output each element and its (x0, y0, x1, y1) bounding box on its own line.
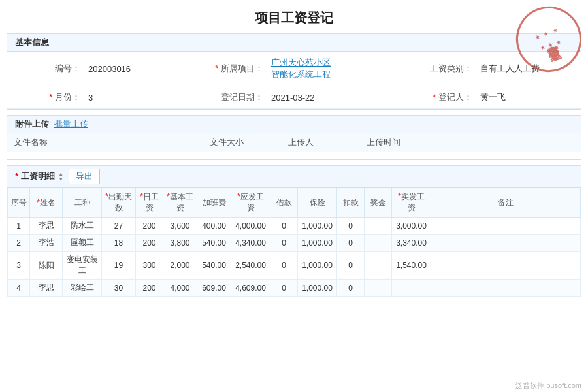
wage-cell: 3 (8, 252, 30, 280)
wage-table-row: 3陈阳变电安装工193002,000540.002,540.0001,000.0… (8, 252, 581, 280)
gongzi-label: 工资类别： (399, 63, 478, 74)
wage-table-row: 1李思防水工272003,600400.004,000.0001,000.000… (8, 218, 581, 235)
wage-cell (392, 280, 431, 297)
wage-cell: 0 (270, 235, 298, 252)
dengjiren-label: * 登记人： (399, 91, 478, 103)
basic-info-row1: 编号： 202003016 * 所属项目： 广州天心苑小区 智能化系统工程 工资… (7, 52, 581, 86)
wage-table: 序号 *姓名 工种 *出勤天数 *日工资 *基本工资 加班费 *应发工资 借款 … (7, 188, 581, 297)
wage-col-loan: 借款 (270, 188, 298, 218)
wage-cell: 0 (270, 252, 298, 280)
wage-col-remark: 备注 (431, 188, 581, 218)
basic-info-header: 基本信息 (7, 34, 581, 52)
wage-cell: 3,800 (163, 235, 197, 252)
wage-cell: 200 (136, 235, 163, 252)
bianHao-value: 202003016 (86, 63, 190, 75)
wage-col-name: *姓名 (30, 188, 63, 218)
wage-cell (431, 280, 581, 297)
wage-cell: 1,000.00 (298, 252, 337, 280)
wage-section: * 工资明细 ▲ ▼ 导出 序号 *姓名 工种 *出勤天数 *日工资 *基本工资… (7, 165, 581, 297)
wage-cell: 30 (102, 280, 136, 297)
wage-cell: 4,000 (163, 280, 197, 297)
attach-header: 附件上传 批量上传 (7, 116, 581, 133)
wage-cell: 4,000.00 (231, 218, 270, 235)
sort-icon: ▲ ▼ (58, 172, 63, 182)
attach-col-uploadtime: 上传时间 (360, 133, 476, 152)
wage-header: * 工资明细 ▲ ▼ 导出 (7, 166, 581, 188)
wage-col-daily: *日工资 (136, 188, 163, 218)
wage-cell: 1 (8, 218, 30, 235)
wage-cell: 609.00 (197, 280, 231, 297)
wage-cell (431, 235, 581, 252)
wage-cell: 200 (136, 280, 163, 297)
wage-cell: 2,540.00 (231, 252, 270, 280)
wage-col-basic: *基本工资 (163, 188, 197, 218)
suoshu-link1[interactable]: 广州天心苑小区 (271, 57, 331, 67)
wage-col-insurance: 保险 (298, 188, 337, 218)
brand-site: pusoft.com (546, 382, 581, 389)
approval-stamp: ★ ★ ★ 审核通过 ★ ★ ★ (516, 7, 581, 72)
wage-table-header-row: 序号 *姓名 工种 *出勤天数 *日工资 *基本工资 加班费 *应发工资 借款 … (8, 188, 581, 218)
wage-cell: 4 (8, 280, 30, 297)
basic-info-section: 基本信息 编号： 202003016 * 所属项目： 广州天心苑小区 智能化系统… (7, 33, 581, 110)
wage-cell: 18 (102, 235, 136, 252)
brand-name: 泛普软件 (515, 382, 544, 389)
wage-cell: 李思 (30, 280, 63, 297)
wage-cell: 陈阳 (30, 252, 63, 280)
wage-col-deduction: 扣款 (337, 188, 365, 218)
zhanghu-label: 账户： (582, 91, 588, 103)
wage-cell: 李思 (30, 218, 63, 235)
wage-cell: 0 (337, 235, 365, 252)
wage-cell: 0 (270, 280, 298, 297)
niandu-label: * 年度： (582, 63, 588, 74)
wage-cell (365, 235, 392, 252)
wage-cell (365, 280, 392, 297)
wage-cell: 19 (102, 252, 136, 280)
bianHao-label: 编号： (7, 63, 86, 74)
wage-cell: 0 (337, 218, 365, 235)
attach-empty-cell2 (203, 152, 282, 159)
wage-cell: 李浩 (30, 235, 63, 252)
attach-col-filename: 文件名称 (7, 133, 203, 152)
basic-info-row2: * 月份： 3 登记日期： 2021-03-22 * 登记人： 黄一飞 账户： (7, 86, 581, 109)
wage-cell: 2,000 (163, 252, 197, 280)
wage-cell (365, 218, 392, 235)
suoshu-label: * 所属项目： (190, 63, 269, 74)
wage-cell: 4,340.00 (231, 235, 270, 252)
attach-col-uploader: 上传人 (282, 133, 360, 152)
attach-empty-cell6 (529, 152, 581, 159)
wage-cell: 27 (102, 218, 136, 235)
attach-col-action1 (476, 133, 529, 152)
wage-col-actual: *实发工资 (392, 188, 431, 218)
wage-cell: 200 (136, 218, 163, 235)
wage-col-attendance: *出勤天数 (102, 188, 136, 218)
wage-cell: 彩绘工 (63, 280, 102, 297)
wage-cell: 3,000.00 (392, 218, 431, 235)
wage-cell: 300 (136, 252, 163, 280)
wage-table-row: 4李思彩绘工302004,000609.004,609.0001,000.000 (8, 280, 581, 297)
wage-cell (431, 218, 581, 235)
export-button[interactable]: 导出 (69, 169, 100, 184)
attach-table-body (7, 152, 581, 159)
wage-cell: 3,600 (163, 218, 197, 235)
wage-col-seq: 序号 (8, 188, 30, 218)
wage-col-type: 工种 (63, 188, 102, 218)
dengjiren-value: 黄一飞 (478, 90, 582, 105)
wage-col-payable: *应发工资 (231, 188, 270, 218)
wage-label: * 工资明细 ▲ ▼ (15, 171, 63, 182)
wage-col-bonus: 奖金 (365, 188, 392, 218)
yuefen-label: * 月份： (7, 91, 86, 103)
page-title: 项目工资登记 (0, 0, 588, 33)
wage-table-row: 2李浩匾额工182003,800540.004,340.0001,000.000… (8, 235, 581, 252)
suoshu-value: 广州天心苑小区 智能化系统工程 (269, 56, 399, 82)
wage-cell: 1,540.00 (392, 252, 431, 280)
attach-empty-cell1 (7, 152, 203, 159)
attach-empty-cell3 (282, 152, 360, 159)
wage-cell: 1,000.00 (298, 218, 337, 235)
suoshu-link2[interactable]: 智能化系统工程 (271, 69, 331, 79)
wage-cell: 400.00 (197, 218, 231, 235)
attach-empty-row (7, 152, 581, 159)
watermark: 泛普软件 pusoft.com (515, 381, 581, 391)
attach-label: 附件上传 (15, 118, 49, 130)
batch-upload-button[interactable]: 批量上传 (54, 118, 88, 130)
wage-cell: 4,609.00 (231, 280, 270, 297)
